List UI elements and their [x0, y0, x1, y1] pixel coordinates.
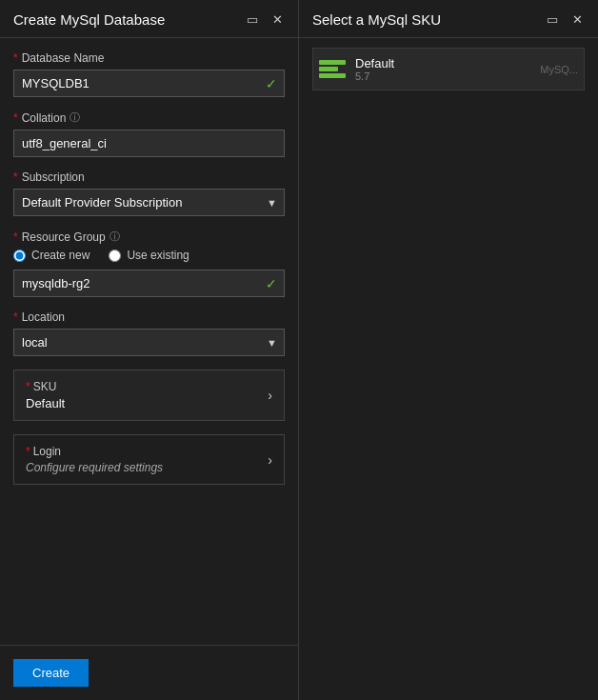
- database-name-label-text: Database Name: [22, 51, 105, 65]
- resource-group-label-text: Resource Group: [22, 230, 106, 244]
- subscription-select-wrapper: Default Provider Subscription ▼: [13, 189, 285, 216]
- create-new-radio-label[interactable]: Create new: [13, 249, 90, 262]
- sku-item[interactable]: Default 5.7 MySQ...: [312, 48, 585, 90]
- sku-item-name: Default: [355, 56, 530, 70]
- login-chevron-right-icon: ›: [268, 452, 272, 468]
- sku-label: * SKU: [26, 380, 65, 393]
- use-existing-radio-label[interactable]: Use existing: [109, 249, 189, 262]
- sku-item-info: Default 5.7: [355, 56, 530, 82]
- resource-group-check-icon: ✓: [266, 276, 277, 291]
- left-panel: Create MySql Database ▭ ✕ * Database Nam…: [0, 0, 299, 700]
- sku-item-icon: [319, 60, 346, 78]
- location-label-text: Location: [22, 310, 65, 324]
- subscription-label: * Subscription: [13, 170, 285, 184]
- right-header-icons: ▭ ✕: [545, 12, 585, 28]
- sku-chevron-right-icon: ›: [268, 388, 272, 403]
- required-star-login: *: [26, 445, 30, 458]
- right-panel-header: Select a MySql SKU ▭ ✕: [299, 0, 598, 38]
- required-star-subscription: *: [13, 170, 18, 184]
- location-select-wrapper: local ▼: [13, 329, 285, 356]
- database-name-group: * Database Name ✓: [13, 51, 285, 97]
- sku-section[interactable]: * SKU Default ›: [13, 370, 285, 421]
- database-name-check-icon: ✓: [266, 76, 277, 91]
- use-existing-radio[interactable]: [109, 250, 121, 262]
- right-panel-title: Select a MySql SKU: [312, 11, 441, 28]
- resource-group-info-icon[interactable]: ⓘ: [110, 230, 120, 244]
- resource-group-radio-group: Create new Use existing: [13, 249, 285, 262]
- left-header-icons: ▭ ✕: [245, 12, 285, 28]
- sku-item-description: MySQ...: [540, 64, 578, 75]
- left-panel-header: Create MySql Database ▭ ✕: [0, 0, 298, 38]
- use-existing-label-text: Use existing: [127, 249, 189, 262]
- required-star-location: *: [13, 310, 18, 324]
- database-name-label: * Database Name: [13, 51, 285, 65]
- close-icon[interactable]: ✕: [269, 12, 285, 28]
- sku-icon-bar-3: [319, 73, 346, 78]
- minimize-icon[interactable]: ▭: [245, 12, 260, 28]
- sku-icon-bar-1: [319, 60, 346, 65]
- sku-section-left: * SKU Default: [26, 380, 65, 410]
- resource-group-input-wrapper: ✓: [13, 270, 285, 297]
- resource-group-input[interactable]: [13, 270, 285, 297]
- login-section[interactable]: * Login Configure required settings ›: [13, 434, 285, 485]
- create-new-radio[interactable]: [13, 250, 26, 262]
- collation-label: * Collation ⓘ: [13, 110, 285, 125]
- collation-label-text: Collation: [22, 111, 67, 125]
- collation-input-wrapper: [13, 130, 285, 157]
- resource-group-group: * Resource Group ⓘ Create new Use existi…: [13, 230, 285, 297]
- login-label-text: Login: [33, 445, 61, 458]
- create-new-label-text: Create new: [31, 249, 90, 262]
- collation-info-icon[interactable]: ⓘ: [70, 110, 80, 125]
- left-panel-footer: Create: [0, 645, 298, 700]
- required-star-collation: *: [13, 111, 18, 125]
- required-star-rg: *: [13, 230, 18, 244]
- right-close-icon[interactable]: ✕: [569, 12, 585, 28]
- sku-list: Default 5.7 MySQ...: [299, 38, 598, 100]
- sku-icon-bar-2: [319, 67, 338, 71]
- sku-value: Default: [26, 396, 65, 410]
- sku-label-text: SKU: [33, 380, 57, 393]
- subscription-select[interactable]: Default Provider Subscription: [13, 189, 285, 216]
- sku-item-version: 5.7: [355, 70, 530, 82]
- collation-group: * Collation ⓘ: [13, 110, 285, 157]
- collation-input[interactable]: [13, 130, 285, 157]
- location-select[interactable]: local: [13, 329, 285, 356]
- location-label: * Location: [13, 310, 285, 324]
- left-panel-title: Create MySql Database: [13, 11, 165, 28]
- location-group: * Location local ▼: [13, 310, 285, 356]
- right-minimize-icon[interactable]: ▭: [545, 12, 560, 28]
- required-star-sku: *: [26, 380, 30, 393]
- login-label: * Login: [26, 445, 163, 458]
- database-name-input-wrapper: ✓: [13, 70, 285, 97]
- left-panel-content: * Database Name ✓ * Collation ⓘ * Subs: [0, 38, 298, 645]
- subscription-label-text: Subscription: [22, 170, 85, 184]
- login-section-left: * Login Configure required settings: [26, 445, 163, 474]
- subscription-group: * Subscription Default Provider Subscrip…: [13, 170, 285, 216]
- login-configure-text: Configure required settings: [26, 461, 163, 474]
- required-star-db: *: [13, 51, 18, 65]
- right-panel: Select a MySql SKU ▭ ✕ Default 5.7 MySQ.…: [299, 0, 598, 700]
- database-name-input[interactable]: [13, 70, 285, 97]
- create-button[interactable]: Create: [13, 659, 89, 687]
- resource-group-label: * Resource Group ⓘ: [13, 230, 285, 244]
